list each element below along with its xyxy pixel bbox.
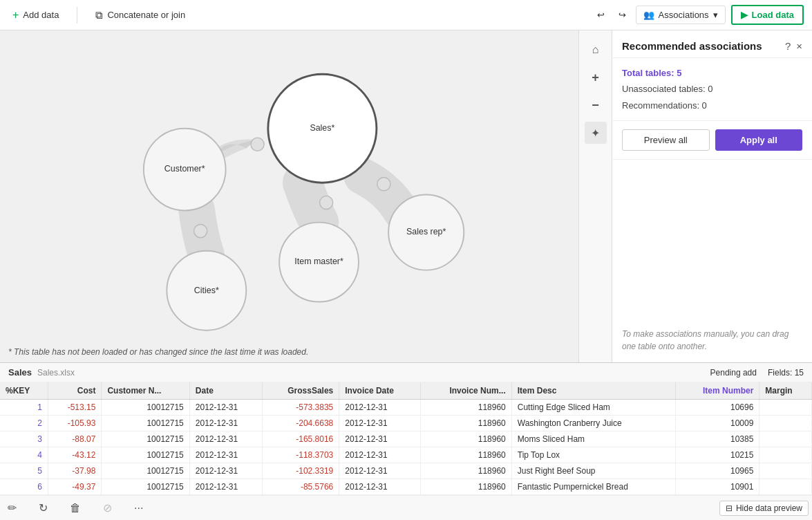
main-area: Sales* Customer* Cities* Item master* xyxy=(0,30,812,362)
node-salesrep[interactable]: Sales rep* xyxy=(388,194,464,270)
node-sales[interactable]: Sales* xyxy=(268,74,377,183)
cell-row4-col6: 2012-12-31 xyxy=(339,447,421,463)
salesrep-label: Sales rep* xyxy=(406,227,446,236)
cell-row1-col1: 1 xyxy=(0,400,48,416)
cell-row5-col6: 2012-12-31 xyxy=(339,463,421,479)
cell-row2-col7: 118960 xyxy=(420,416,511,431)
close-icon[interactable]: × xyxy=(796,40,802,52)
cell-row5-col2: -37.98 xyxy=(48,463,102,479)
fields-label: Fields: 15 xyxy=(768,368,804,378)
refresh-icon[interactable]: ↻ xyxy=(35,499,52,517)
header-row: %KEY Cost Customer N... Date GrossSales … xyxy=(0,382,812,400)
cell-row4-col10 xyxy=(759,447,812,463)
cell-row3-col2: -88.07 xyxy=(48,431,102,447)
more-icon[interactable]: ··· xyxy=(130,500,147,517)
cell-row4-col7: 118960 xyxy=(420,447,511,463)
magic-wand-icon: ✦ xyxy=(591,127,600,140)
recommendations-stat: Recommendations: 0 xyxy=(622,98,802,113)
magic-wand-button[interactable]: ✦ xyxy=(585,122,607,144)
cell-row5-col9: 10965 xyxy=(676,463,759,479)
cell-row2-col4: 2012-12-31 xyxy=(189,416,262,431)
cell-row1-col2: -513.15 xyxy=(48,400,102,416)
total-tables-value: Total tables: 5 xyxy=(622,68,681,78)
hide-preview-button[interactable]: ⊟ Hide data preview xyxy=(719,501,809,516)
undo-icon: ↩ xyxy=(597,10,605,20)
home-icon: ⌂ xyxy=(592,44,599,56)
cell-row4-col1: 4 xyxy=(0,447,48,463)
data-preview-section: Sales Sales.xlsx Pending add Fields: 15 … xyxy=(0,362,812,520)
filter-icon: ⊘ xyxy=(99,499,116,517)
col-item-number: Item Number xyxy=(676,382,759,400)
node-customer[interactable]: Customer* xyxy=(144,129,226,211)
node-itemmaster[interactable]: Item master* xyxy=(279,223,359,302)
cell-row2-col10 xyxy=(759,416,812,431)
graph-svg: Sales* Customer* Cities* Item master* xyxy=(0,30,578,342)
unassociated-value: Unassociated tables: 0 xyxy=(622,84,713,94)
preview-table-name: Sales xyxy=(8,367,32,378)
cell-row2-col6: 2012-12-31 xyxy=(339,416,421,431)
cell-row1-col3: 10012715 xyxy=(102,400,189,416)
panel-actions: Preview all Apply all xyxy=(612,121,812,160)
customer-label: Customer* xyxy=(164,164,205,174)
col-key: %KEY xyxy=(0,382,48,400)
table-row: 5-37.98100127152012-12-31-102.33192012-1… xyxy=(0,463,812,479)
zoom-in-button[interactable]: + xyxy=(585,66,607,89)
associations-button[interactable]: 👥 Associations ▾ xyxy=(636,6,726,24)
load-data-play-icon: ▶ xyxy=(741,10,748,20)
zoom-out-button[interactable]: − xyxy=(585,94,607,116)
panel-header: Recommended associations ? × xyxy=(612,30,812,58)
connector-dot-3 xyxy=(320,196,333,209)
cell-row6-col9: 10901 xyxy=(676,479,759,495)
cell-row4-col4: 2012-12-31 xyxy=(189,447,262,463)
table-row: 3-88.07100127152012-12-31-165.80162012-1… xyxy=(0,431,812,447)
zoom-in-icon: + xyxy=(592,71,599,85)
canvas-area[interactable]: Sales* Customer* Cities* Item master* xyxy=(0,30,612,362)
cell-row6-col10 xyxy=(759,479,812,495)
canvas-sidebar: ⌂ + − ✦ xyxy=(578,30,612,362)
col-cost: Cost xyxy=(48,382,102,400)
redo-button[interactable]: ↪ xyxy=(614,7,630,23)
edit-icon[interactable]: ✏ xyxy=(3,499,21,517)
data-table-wrapper[interactable]: %KEY Cost Customer N... Date GrossSales … xyxy=(0,382,812,495)
plus-icon: + xyxy=(12,9,19,21)
col-customer-n: Customer N... xyxy=(102,382,189,400)
cell-row2-col8: Washington Cranberry Juice xyxy=(511,416,675,431)
cell-row4-col8: Tip Top Lox xyxy=(511,447,675,463)
cell-row5-col10 xyxy=(759,463,812,479)
add-data-button[interactable]: + Add data xyxy=(8,6,63,24)
delete-icon[interactable]: 🗑 xyxy=(66,500,85,517)
cell-row3-col7: 118960 xyxy=(420,431,511,447)
load-data-button[interactable]: ▶ Load data xyxy=(731,5,804,25)
zoom-out-icon: − xyxy=(592,98,599,113)
help-icon[interactable]: ? xyxy=(785,40,791,52)
cell-row6-col1: 6 xyxy=(0,479,48,495)
preview-all-button[interactable]: Preview all xyxy=(622,129,710,151)
total-tables-stat: Total tables: 5 xyxy=(622,65,802,81)
connector-sales-itemmaster xyxy=(303,183,319,222)
add-data-label: Add data xyxy=(23,10,59,20)
cell-row5-col4: 2012-12-31 xyxy=(189,463,262,479)
connector-dot-4 xyxy=(194,225,207,238)
node-cities[interactable]: Cities* xyxy=(167,251,246,331)
toolbar-right: ↩ ↪ 👥 Associations ▾ ▶ Load data xyxy=(593,5,804,25)
cell-row3-col6: 2012-12-31 xyxy=(339,431,421,447)
cell-row3-col10 xyxy=(759,431,812,447)
panel-stats: Total tables: 5 Unassociated tables: 0 R… xyxy=(612,58,812,121)
home-icon-button[interactable]: ⌂ xyxy=(585,39,607,61)
undo-button[interactable]: ↩ xyxy=(593,7,609,23)
cell-row2-col2: -105.93 xyxy=(48,416,102,431)
panel-empty-area: To make associations manually, you can d… xyxy=(612,160,812,362)
itemmaster-label: Item master* xyxy=(294,257,343,266)
cell-row1-col4: 2012-12-31 xyxy=(189,400,262,416)
concat-join-button[interactable]: ⧉ Concatenate or join xyxy=(91,6,189,24)
table-body: 1-513.15100127152012-12-31-573.38352012-… xyxy=(0,400,812,495)
cell-row3-col3: 10012715 xyxy=(102,431,189,447)
cell-row1-col6: 2012-12-31 xyxy=(339,400,421,416)
apply-all-button[interactable]: Apply all xyxy=(715,129,803,151)
cell-row4-col3: 10012715 xyxy=(102,447,189,463)
sales-label: Sales* xyxy=(310,123,334,133)
cell-row5-col5: -102.3319 xyxy=(262,463,339,479)
cell-row3-col4: 2012-12-31 xyxy=(189,431,262,447)
hide-preview-icon: ⊟ xyxy=(726,503,733,513)
connector-dot-2 xyxy=(377,178,390,191)
